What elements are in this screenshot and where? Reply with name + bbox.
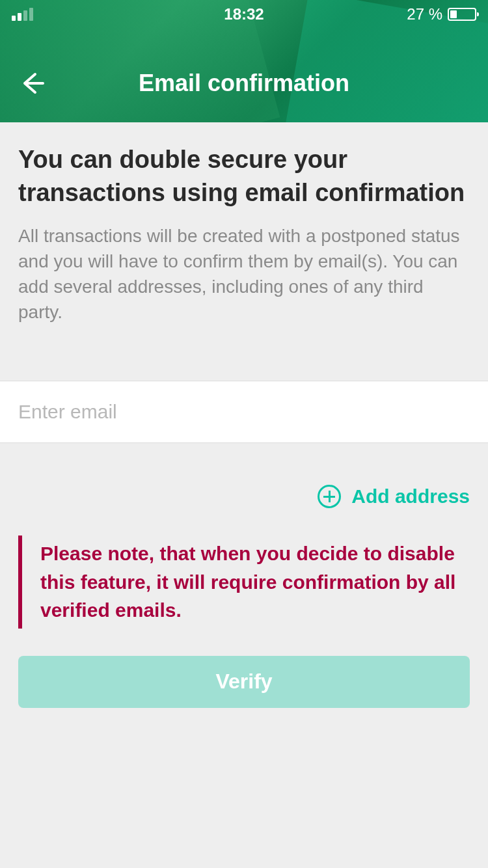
content-heading: You can double secure your transactions …	[18, 143, 470, 210]
back-button[interactable]	[18, 68, 49, 99]
email-input-wrapper	[0, 381, 488, 443]
warning-text: Please note, that when you decide to dis…	[40, 539, 470, 625]
status-time: 18:32	[224, 5, 264, 23]
email-input[interactable]	[0, 381, 488, 442]
page-title: Email confirmation	[139, 70, 349, 97]
add-address-label: Add address	[351, 485, 470, 508]
verify-button[interactable]: Verify	[18, 656, 470, 708]
signal-strength-icon	[12, 8, 33, 21]
status-right: 27 %	[407, 5, 476, 23]
battery-icon	[448, 8, 476, 21]
warning-box: Please note, that when you decide to dis…	[18, 536, 470, 629]
plus-circle-icon	[318, 485, 341, 508]
status-bar: 18:32 27 %	[0, 0, 488, 29]
content-area: You can double secure your transactions …	[0, 122, 488, 325]
battery-percent-label: 27 %	[407, 5, 442, 23]
content-description: All transactions will be created with a …	[18, 223, 470, 325]
arrow-left-icon	[18, 70, 44, 96]
add-address-button[interactable]: Add address	[0, 485, 488, 508]
